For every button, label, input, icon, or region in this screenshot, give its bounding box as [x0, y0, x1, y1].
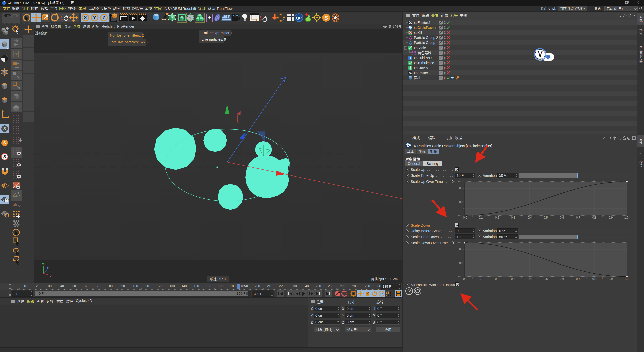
svg-text:xpEmitter.1: xpEmitter.1	[414, 21, 431, 25]
svg-text:0.2: 0.2	[495, 216, 499, 219]
svg-text:xpTurbulence: xpTurbulence	[414, 61, 434, 65]
svg-text:网格间距 : 100 cm: 网格间距 : 100 cm	[371, 277, 398, 281]
svg-text:S: S	[3, 155, 6, 159]
svg-text:260: 260	[328, 284, 333, 288]
svg-text:0.1: 0.1	[479, 277, 483, 281]
svg-text:210: 210	[267, 284, 272, 288]
svg-text:xpEmitter: xpEmitter	[414, 71, 428, 75]
svg-text:0.4: 0.4	[528, 216, 532, 219]
svg-text:0.3: 0.3	[511, 277, 515, 281]
svg-text:20: 20	[36, 284, 39, 288]
svg-text:X: X	[50, 275, 52, 278]
svg-text:0 F: 0 F	[39, 292, 44, 295]
svg-text:180: 180	[230, 284, 236, 288]
svg-text:280: 280	[352, 284, 358, 288]
svg-text:0.8: 0.8	[459, 187, 463, 190]
svg-text:0.2: 0.2	[495, 277, 499, 281]
svg-text:Total live particles: 52788: Total live particles: 52788	[110, 40, 149, 44]
svg-text:230: 230	[292, 284, 297, 288]
svg-text:100: 100	[133, 284, 138, 288]
svg-text:透视视图: 透视视图	[35, 31, 48, 35]
svg-text:150: 150	[194, 284, 199, 288]
svg-text:QR: QR	[296, 16, 302, 20]
svg-text:290: 290	[365, 284, 370, 288]
svg-text:P: P	[380, 292, 383, 296]
svg-text:xpCirclePacker: xpCirclePacker	[414, 26, 437, 30]
svg-text:S: S	[3, 141, 6, 145]
svg-text:220: 220	[279, 284, 285, 288]
svg-text:140: 140	[182, 284, 187, 288]
svg-text:Number of emitters: 2: Number of emitters: 2	[110, 33, 144, 37]
svg-text:S: S	[324, 15, 328, 21]
svg-text:70: 70	[97, 284, 100, 288]
svg-text:185 F: 185 F	[383, 285, 391, 288]
svg-text:0: 0	[13, 284, 14, 288]
svg-text:Particle Group 2: Particle Group 2	[414, 36, 438, 40]
svg-text:0.8: 0.8	[592, 277, 597, 281]
svg-text:0.7: 0.7	[576, 277, 580, 281]
svg-text:60: 60	[85, 284, 88, 288]
svg-text:250: 250	[316, 284, 321, 288]
svg-text:1.0: 1.0	[624, 216, 629, 219]
svg-text:0 F: 0 F	[14, 292, 18, 296]
svg-text:0.8: 0.8	[459, 248, 463, 251]
svg-text:xpScale: xpScale	[414, 46, 426, 50]
svg-text:S: S	[3, 127, 6, 131]
svg-text:0.4: 0.4	[459, 261, 463, 265]
svg-text:0.9: 0.9	[609, 277, 613, 281]
svg-text:0.5: 0.5	[544, 277, 548, 281]
svg-text:130: 130	[170, 284, 175, 288]
svg-text:50: 50	[72, 284, 76, 288]
svg-text:110: 110	[145, 284, 150, 288]
svg-text:0.0: 0.0	[463, 277, 467, 281]
svg-text:270: 270	[340, 284, 346, 288]
svg-text:0.6: 0.6	[560, 277, 564, 281]
svg-text:着色器域: 着色器域	[418, 51, 431, 55]
svg-text:X: X	[84, 15, 87, 20]
svg-text:0.8: 0.8	[592, 216, 597, 219]
svg-text:R: R	[260, 19, 262, 22]
svg-text:300 F: 300 F	[254, 292, 262, 296]
svg-text:帧速 : 97.0: 帧速 : 97.0	[210, 277, 226, 281]
svg-text:240: 240	[304, 284, 309, 288]
svg-text:80: 80	[109, 284, 113, 288]
svg-text:xpFluidPBD: xpFluidPBD	[414, 56, 432, 60]
svg-text:xpKill: xpKill	[414, 31, 422, 35]
svg-text:120: 120	[157, 284, 163, 288]
svg-text:170: 170	[218, 284, 224, 288]
svg-text:0.5: 0.5	[544, 216, 548, 219]
svg-text:200: 200	[255, 284, 260, 288]
svg-text:90: 90	[121, 284, 125, 288]
svg-text:Y: Y	[93, 15, 96, 20]
svg-text:Z: Z	[47, 267, 49, 270]
svg-text:0.1: 0.1	[479, 216, 483, 219]
svg-text:160: 160	[206, 284, 211, 288]
svg-text:Y: Y	[42, 263, 44, 266]
svg-text:圆柱: 圆柱	[414, 76, 421, 80]
svg-text:185: 185	[240, 284, 246, 288]
svg-text:0.4: 0.4	[459, 200, 463, 204]
svg-text:R: R	[61, 19, 63, 22]
svg-text:Particle Group 1: Particle Group 1	[414, 41, 438, 45]
svg-text:0: 0	[246, 284, 248, 288]
svg-text:Emitter: xpEmitter.1: Emitter: xpEmitter.1	[202, 31, 232, 35]
svg-text:Live particles: 9: Live particles: 9	[202, 37, 226, 41]
svg-text:30: 30	[48, 284, 52, 288]
svg-text:300: 300	[376, 284, 381, 288]
svg-text:0.4: 0.4	[528, 277, 532, 281]
svg-text:10: 10	[24, 284, 27, 288]
svg-text:0.0: 0.0	[463, 216, 467, 219]
svg-text:xpGravity: xpGravity	[414, 66, 428, 70]
svg-text:0.9: 0.9	[609, 216, 613, 219]
svg-text:0.7: 0.7	[576, 216, 580, 219]
svg-text:0.6: 0.6	[560, 216, 564, 219]
svg-text:1.0: 1.0	[624, 277, 629, 281]
svg-text:40: 40	[60, 284, 64, 288]
svg-text:0.3: 0.3	[511, 216, 515, 219]
svg-text:300 F: 300 F	[237, 292, 245, 295]
svg-text:Z: Z	[102, 15, 105, 20]
